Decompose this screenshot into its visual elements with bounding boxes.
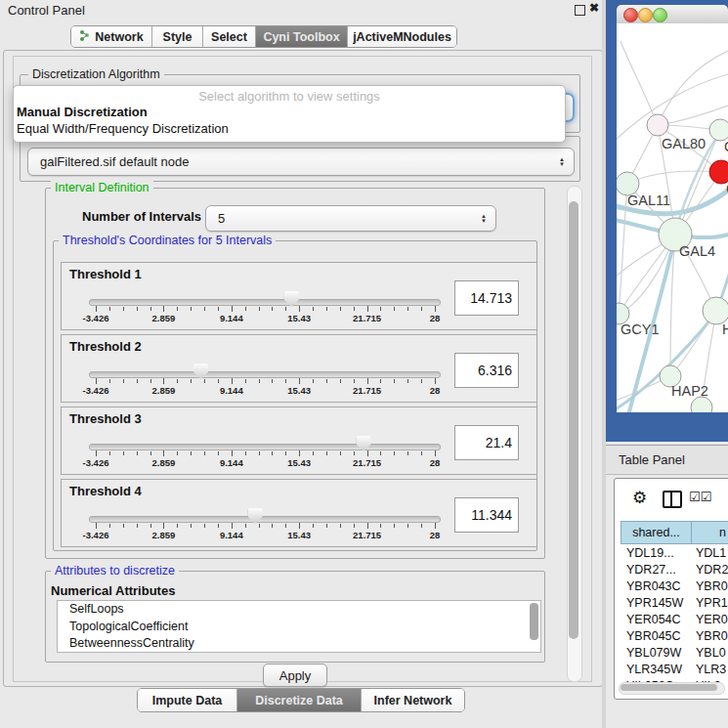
slider-minor-tick — [354, 379, 355, 383]
gear-icon[interactable]: ⚙ — [632, 488, 647, 508]
network-window-titlebar[interactable] — [617, 5, 728, 24]
algorithm-dropdown-popup: Select algorithm to view settings Manual… — [13, 85, 566, 143]
network-node[interactable] — [703, 297, 728, 324]
table-hscrollbar-track[interactable] — [619, 682, 725, 695]
slider-minor-tick — [285, 379, 286, 383]
threshold-value-field[interactable] — [454, 280, 519, 316]
table-row[interactable]: YBR043CYBR0 — [615, 579, 728, 596]
table-row[interactable]: YPR145WYPR1 — [615, 596, 728, 613]
tab-select[interactable]: Select — [203, 26, 256, 47]
column-header-name[interactable]: n — [691, 521, 728, 544]
slider-minor-tick — [177, 307, 178, 311]
slider-tick-label: -3.426 — [83, 313, 109, 323]
table-data-combobox[interactable]: galFiltered.sif default node ▲▼ — [27, 148, 575, 176]
table-row[interactable]: YBL079WYBL0 — [615, 646, 728, 663]
slider-tick-label: 15.43 — [287, 530, 311, 540]
tab-network[interactable]: Network — [71, 26, 152, 47]
slider-tick-label: 21.715 — [353, 457, 381, 468]
dropdown-option-equal-width[interactable]: Equal Width/Frequency Discretization — [17, 121, 562, 136]
cell-shared-name: YDR27... — [615, 563, 692, 579]
slider-minor-tick — [285, 307, 286, 311]
attribute-list-item[interactable]: TopologicalCoefficient — [58, 619, 540, 636]
network-node[interactable] — [709, 119, 728, 141]
threshold-value-field[interactable] — [454, 497, 519, 533]
number-of-intervals-combobox[interactable]: 5 ▲▼ — [205, 205, 496, 232]
table-row[interactable]: YDL19...YDL1 — [615, 546, 728, 563]
slider-track[interactable] — [89, 371, 441, 378]
group-title: Threshold's Coordinates for 5 Intervals — [59, 234, 276, 247]
list-scrollbar[interactable] — [530, 603, 538, 640]
float-window-icon[interactable] — [575, 5, 585, 16]
zoom-traffic-light[interactable] — [653, 8, 667, 22]
cell-shared-name: YLR345W — [615, 663, 692, 679]
slider-track[interactable] — [89, 516, 441, 523]
table-row[interactable]: YBR045CYBR0 — [615, 629, 728, 646]
tab-impute-data[interactable]: Impute Data — [138, 689, 237, 711]
threshold-label: Threshold 2 — [69, 339, 142, 354]
slider-minor-tick — [123, 379, 124, 383]
slider-minor-tick — [191, 524, 192, 528]
close-icon[interactable]: ✖ — [589, 1, 599, 15]
minimize-traffic-light[interactable] — [638, 8, 653, 22]
slider-minor-tick — [326, 524, 327, 528]
column-header-shared-name[interactable]: shared... — [621, 521, 691, 544]
close-traffic-light[interactable] — [623, 8, 638, 22]
network-canvas[interactable]: GAL80GACGAL11GAL4GCY1HHAP2 — [617, 23, 728, 412]
slider-major-tick — [367, 306, 368, 312]
slider-tick-label: 28 — [430, 385, 441, 396]
slider-tick-label: 21.715 — [353, 313, 381, 323]
table-row[interactable]: YER054CYER0 — [615, 613, 728, 629]
checkbox-checked-icons[interactable]: ☑☑ — [689, 490, 711, 504]
slider-minor-tick — [191, 379, 192, 383]
tab-jactivemnodules[interactable]: jActiveMNodules — [348, 26, 456, 47]
slider-minor-tick — [137, 524, 138, 528]
slider-tick-label: -3.426 — [83, 530, 109, 540]
cell-shared-name: YPR145W — [615, 596, 692, 613]
slider-major-tick — [299, 306, 300, 312]
slider-track[interactable] — [89, 444, 441, 450]
threshold-panel: Threshold 4-3.4262.8599.14415.4321.71528 — [61, 479, 537, 547]
slider-minor-tick — [272, 307, 273, 311]
table-row[interactable]: YDR27...YDR2 — [615, 563, 728, 579]
slider-major-tick — [435, 523, 436, 529]
threshold-panel: Threshold 1-3.4262.8599.14415.4321.71528 — [61, 262, 537, 330]
slider-major-tick — [435, 378, 436, 384]
attribute-list-item[interactable]: SelfLoops — [58, 601, 540, 619]
combobox-value: 5 — [206, 211, 481, 226]
network-node[interactable] — [691, 397, 712, 412]
table-row[interactable]: YLR345WYLR3 — [615, 663, 728, 679]
tab-infer-network[interactable]: Infer Network — [362, 689, 464, 711]
tab-style[interactable]: Style — [152, 26, 203, 47]
slider-minor-tick — [123, 451, 124, 455]
slider-minor-tick — [204, 379, 205, 383]
slider-tick-label: -3.426 — [83, 457, 109, 468]
network-edge — [658, 51, 728, 125]
split-columns-icon[interactable] — [663, 491, 682, 508]
slider-minor-tick — [259, 379, 260, 383]
apply-button[interactable]: Apply — [263, 664, 327, 687]
slider-tick-label: 15.43 — [287, 385, 311, 396]
tab-cyni-toolbox[interactable]: Cyni Toolbox — [256, 26, 348, 47]
slider-track[interactable] — [89, 299, 441, 306]
cell-name: YLR3 — [692, 663, 726, 679]
tab-label: jActiveMNodules — [353, 30, 451, 44]
slider-tick-label: 2.859 — [152, 457, 176, 468]
slider-minor-tick — [259, 524, 260, 528]
slider-minor-tick — [313, 307, 314, 311]
slider-major-tick — [232, 306, 233, 312]
dropdown-option-manual[interactable]: Manual Discretization — [17, 105, 562, 119]
network-node[interactable] — [647, 114, 668, 136]
slider-major-tick — [232, 378, 233, 384]
network-node-label: GA — [724, 139, 728, 154]
attribute-list-item[interactable]: BetweennessCentrality — [58, 635, 540, 653]
slider-minor-tick — [245, 451, 246, 455]
slider-minor-tick — [380, 524, 381, 528]
tab-discretize-data[interactable]: Discretize Data — [237, 689, 362, 711]
threshold-value-field[interactable] — [454, 353, 519, 388]
window-title: Control Panel — [8, 3, 85, 18]
threshold-value-field[interactable] — [454, 425, 519, 460]
tab-label: Impute Data — [152, 694, 223, 707]
slider-minor-tick — [272, 451, 273, 455]
panel-scrollbar-thumb[interactable] — [569, 201, 578, 639]
table-hscrollbar-thumb[interactable] — [621, 684, 717, 691]
